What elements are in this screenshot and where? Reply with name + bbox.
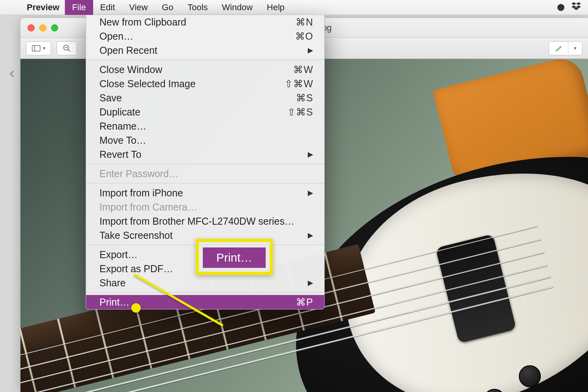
file-menu-item-close-window[interactable]: Close Window⌘W <box>86 62 324 77</box>
file-menu-item-import-from-iphone[interactable]: Import from iPhone▶ <box>86 186 324 200</box>
menu-item-label: Open Recent <box>99 45 157 56</box>
menu-file[interactable]: File <box>65 0 93 15</box>
file-menu-item-revert-to[interactable]: Revert To▶ <box>86 147 324 161</box>
sidebar-toggle-button[interactable]: ▾ <box>26 41 51 55</box>
annotation-leader-dot <box>131 303 141 313</box>
zoom-out-button[interactable] <box>57 41 77 55</box>
submenu-arrow-icon: ▶ <box>308 46 313 55</box>
menu-item-label: Save <box>99 92 122 104</box>
close-window-button[interactable] <box>28 24 35 31</box>
menu-item-shortcut: ⌘O <box>295 31 313 42</box>
file-menu-item-rename[interactable]: Rename… <box>86 119 324 133</box>
menu-item-label: Rename… <box>99 121 147 132</box>
file-menu-item-duplicate[interactable]: Duplicate⇧⌘S <box>86 105 324 119</box>
zoom-window-button[interactable] <box>51 24 58 31</box>
menu-tools[interactable]: Tools <box>180 0 215 15</box>
file-menu-item-share[interactable]: Share▶ <box>86 276 324 290</box>
file-menu-item-move-to[interactable]: Move To… <box>86 133 324 147</box>
menu-edit[interactable]: Edit <box>93 0 122 15</box>
highlight-button[interactable] <box>549 42 568 55</box>
menu-separator <box>86 183 324 183</box>
menu-item-label: Close Window <box>99 64 162 75</box>
menu-item-label: Import from Brother MFC-L2740DW series… <box>99 216 294 227</box>
menu-item-label: Duplicate <box>99 106 140 118</box>
dropbox-icon[interactable] <box>571 2 581 13</box>
file-menu-item-open[interactable]: Open…⌘O <box>86 29 324 43</box>
menu-item-label: Share <box>99 277 126 289</box>
menu-window[interactable]: Window <box>215 0 260 15</box>
window-controls <box>20 24 58 31</box>
back-arrow-icon <box>0 62 24 86</box>
menu-go[interactable]: Go <box>155 0 180 15</box>
menu-view[interactable]: View <box>122 0 155 15</box>
menu-separator <box>86 164 324 164</box>
markup-button-group: ▾ <box>549 41 582 55</box>
file-menu-item-new-from-clipboard[interactable]: New from Clipboard⌘N <box>86 15 324 29</box>
menu-item-shortcut: ⇧⌘S <box>287 106 313 118</box>
picture-region <box>519 365 541 387</box>
menu-help[interactable]: Help <box>260 0 292 15</box>
svg-rect-0 <box>32 45 40 51</box>
annotation-callout: Print… <box>196 239 273 275</box>
menu-item-label: Import from Camera… <box>99 201 197 213</box>
minimize-window-button[interactable] <box>39 24 46 31</box>
annotation-callout-label: Print… <box>203 247 266 268</box>
menu-item-label: Open… <box>99 31 133 42</box>
submenu-arrow-icon: ▶ <box>308 231 313 240</box>
app-menu[interactable]: Preview <box>21 2 65 13</box>
svg-marker-6 <box>576 2 581 5</box>
menu-item-label: Enter Password… <box>99 168 178 180</box>
menu-separator <box>86 292 324 293</box>
menu-item-label: Take Screenshot <box>99 230 173 241</box>
menu-item-label: Export… <box>99 249 138 260</box>
highlight-dropdown-button[interactable]: ▾ <box>568 42 582 55</box>
menu-item-shortcut: ⌘S <box>296 92 313 104</box>
menubar: Preview FileEditViewGoToolsWindowHelp <box>0 0 588 15</box>
file-menu-item-import-from-camera: Import from Camera… <box>86 200 324 214</box>
svg-marker-5 <box>571 2 576 5</box>
menu-item-label: Revert To <box>99 149 141 160</box>
menu-item-label: Close Selected Image <box>99 78 196 90</box>
menubar-extra-icon[interactable] <box>557 4 564 11</box>
svg-line-3 <box>68 49 70 51</box>
submenu-arrow-icon: ▶ <box>308 150 313 159</box>
file-menu-item-save[interactable]: Save⌘S <box>86 91 324 105</box>
menu-item-label: Move To… <box>99 135 146 146</box>
submenu-arrow-icon: ▶ <box>308 278 313 287</box>
menu-item-shortcut: ⌘W <box>293 64 313 75</box>
menu-item-shortcut: ⌘P <box>296 297 313 308</box>
submenu-arrow-icon: ▶ <box>308 189 313 197</box>
file-menu-item-print[interactable]: Print…⌘P <box>86 295 324 309</box>
file-menu-item-close-selected-image[interactable]: Close Selected Image⇧⌘W <box>86 77 324 91</box>
file-menu-item-import-from-brother-mfc-l2740dw-series[interactable]: Import from Brother MFC-L2740DW series… <box>86 214 324 228</box>
menu-item-label: Import from iPhone <box>99 187 183 199</box>
menu-separator <box>86 60 324 60</box>
menu-item-label: Print… <box>99 297 129 308</box>
chevron-down-icon: ▾ <box>43 45 46 51</box>
menu-item-shortcut: ⇧⌘W <box>285 78 313 90</box>
menu-item-label: Export as PDF… <box>99 263 173 275</box>
file-menu-item-open-recent[interactable]: Open Recent▶ <box>86 43 324 57</box>
menu-item-shortcut: ⌘N <box>296 16 313 28</box>
menu-item-label: New from Clipboard <box>99 16 186 28</box>
chevron-down-icon: ▾ <box>574 45 577 51</box>
file-menu-item-enter-password: Enter Password… <box>86 167 324 181</box>
